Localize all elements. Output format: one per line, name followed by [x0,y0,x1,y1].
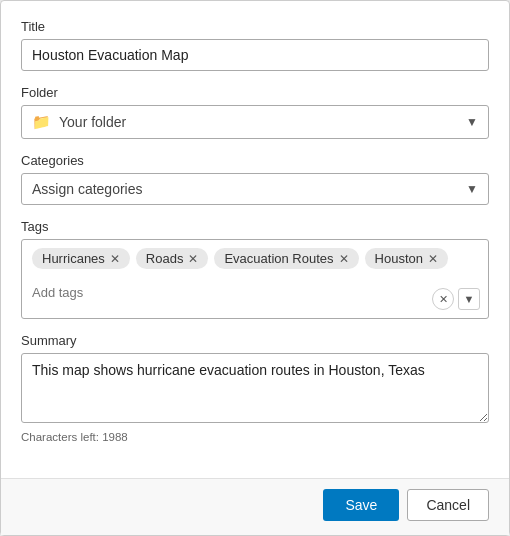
title-field-group: Title [21,19,489,71]
tag-houston: Houston ✕ [365,248,448,269]
tag-hurricanes: Hurricanes ✕ [32,248,130,269]
tags-controls: ✕ ▼ [432,288,480,310]
tag-evacuation-routes-label: Evacuation Routes [224,251,333,266]
save-button[interactable]: Save [323,489,399,521]
summary-label: Summary [21,333,489,348]
folder-select[interactable]: 📁 Your folder ▼ [21,105,489,139]
tag-houston-remove[interactable]: ✕ [428,253,438,265]
folder-value: Your folder [59,114,126,130]
tags-label: Tags [21,219,489,234]
categories-label: Categories [21,153,489,168]
folder-icon: 📁 [32,113,51,131]
cancel-button[interactable]: Cancel [407,489,489,521]
tag-evacuation-routes-remove[interactable]: ✕ [339,253,349,265]
save-item-dialog: Title Folder 📁 Your folder ▼ Categories … [0,0,510,536]
folder-chevron-icon: ▼ [466,115,478,129]
categories-chevron-icon: ▼ [466,182,478,196]
chars-left: Characters left: 1988 [21,431,489,443]
tag-roads-remove[interactable]: ✕ [188,253,198,265]
dialog-footer: Save Cancel [1,478,509,535]
categories-placeholder: Assign categories [32,181,143,197]
add-tags-input[interactable] [32,285,200,300]
tags-clear-button[interactable]: ✕ [432,288,454,310]
summary-field-group: Summary This map shows hurricane evacuat… [21,333,489,443]
tag-evacuation-routes: Evacuation Routes ✕ [214,248,358,269]
tag-hurricanes-label: Hurricanes [42,251,105,266]
folder-select-inner: 📁 Your folder [32,113,126,131]
tag-roads-label: Roads [146,251,184,266]
folder-field-group: Folder 📁 Your folder ▼ [21,85,489,139]
dialog-body: Title Folder 📁 Your folder ▼ Categories … [1,1,509,478]
tag-houston-label: Houston [375,251,423,266]
categories-field-group: Categories Assign categories ▼ [21,153,489,205]
tags-dropdown-button[interactable]: ▼ [458,288,480,310]
title-input[interactable] [21,39,489,71]
tags-box[interactable]: Hurricanes ✕ Roads ✕ Evacuation Routes ✕… [21,239,489,319]
summary-textarea[interactable]: This map shows hurricane evacuation rout… [21,353,489,423]
tag-hurricanes-remove[interactable]: ✕ [110,253,120,265]
folder-label: Folder [21,85,489,100]
title-label: Title [21,19,489,34]
categories-select[interactable]: Assign categories ▼ [21,173,489,205]
tag-roads: Roads ✕ [136,248,209,269]
tags-field-group: Tags Hurricanes ✕ Roads ✕ Evacuation Rou… [21,219,489,319]
